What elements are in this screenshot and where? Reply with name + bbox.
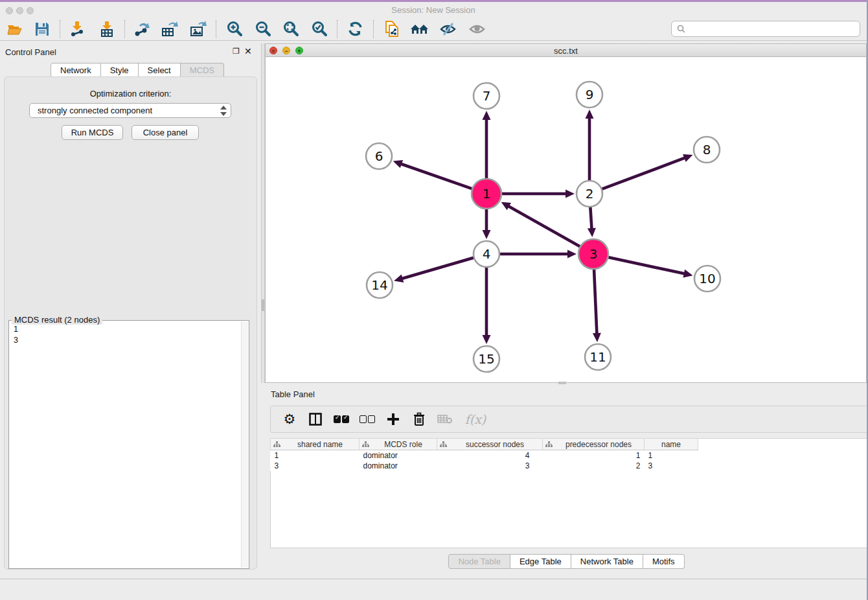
cell-mcds-role[interactable]: dominator	[360, 461, 437, 471]
table-row[interactable]: 3 dominator 3 2 3	[271, 461, 698, 471]
graph-edge[interactable]	[501, 202, 582, 248]
graph-edge[interactable]	[588, 205, 596, 237]
cell-predecessor-nodes[interactable]: 1	[543, 450, 645, 461]
close-panel-button[interactable]: Close panel	[131, 125, 199, 140]
tab-style[interactable]: Style	[101, 63, 139, 78]
tab-network[interactable]: Network	[51, 63, 101, 78]
open-folder-icon	[6, 22, 23, 36]
search-field[interactable]	[671, 21, 860, 37]
export-image-button[interactable]	[186, 19, 211, 39]
export-table-button[interactable]	[157, 19, 182, 39]
zoom-out-button[interactable]	[251, 19, 275, 39]
import-network-button[interactable]	[65, 19, 89, 39]
graph-edge[interactable]	[607, 257, 693, 277]
control-panel-title: Control Panel	[5, 47, 56, 57]
tab-network-table[interactable]: Network Table	[571, 554, 643, 569]
export-network-button[interactable]	[130, 19, 154, 39]
graph-edge[interactable]	[586, 110, 594, 182]
graph-edge[interactable]	[483, 207, 491, 239]
graph-node[interactable]: 6	[366, 143, 392, 169]
graph-node-label: 1	[483, 186, 491, 202]
create-column-button[interactable]	[385, 411, 402, 428]
table-settings-button[interactable]: ⚙	[281, 411, 298, 428]
tab-select[interactable]: Select	[139, 63, 181, 78]
cell-shared-name[interactable]: 1	[271, 450, 360, 461]
column-label: name	[661, 440, 681, 449]
network-graph[interactable]: 1234678910111415	[266, 58, 866, 382]
graph-node[interactable]: 8	[694, 137, 720, 163]
apply-layout-button[interactable]	[343, 19, 368, 39]
zoom-selected-icon	[311, 21, 328, 38]
graph-node[interactable]: 3	[578, 239, 608, 269]
hide-selected-button[interactable]	[436, 19, 461, 39]
cell-successor-nodes[interactable]: 3	[437, 461, 543, 471]
graph-node[interactable]: 15	[474, 346, 499, 372]
run-mcds-button[interactable]: Run MCDS	[62, 125, 123, 140]
column-header-successor-nodes[interactable]: successor nodes	[437, 439, 543, 450]
tab-edge-table[interactable]: Edge Table	[510, 554, 571, 569]
close-panel-icon[interactable]: ✕	[244, 46, 252, 56]
graph-node[interactable]: 10	[694, 266, 720, 292]
refresh-icon	[347, 21, 364, 38]
checked-box-icon	[334, 415, 341, 423]
graph-node[interactable]: 14	[367, 272, 393, 298]
graph-node[interactable]: 4	[474, 241, 499, 267]
column-header-mcds-role[interactable]: MCDS role	[360, 439, 437, 450]
table-row[interactable]: 1 dominator 4 1 1	[271, 450, 698, 461]
checked-box-icon	[342, 415, 349, 423]
graph-edge[interactable]	[593, 268, 601, 342]
criterion-dropdown[interactable]: strongly connected component	[29, 103, 231, 118]
cell-name[interactable]: 1	[645, 450, 698, 461]
horizontal-splitter-handle[interactable]	[558, 382, 566, 384]
save-session-button[interactable]	[30, 19, 54, 39]
column-header-predecessor-nodes[interactable]: predecessor nodes	[543, 439, 645, 450]
zoom-fit-button[interactable]	[279, 19, 303, 39]
deselect-all-rows-button[interactable]	[359, 411, 376, 428]
status-bar: Memory	[0, 579, 867, 600]
show-all-button[interactable]	[465, 19, 490, 39]
graph-node[interactable]: 9	[577, 82, 602, 108]
cell-shared-name[interactable]: 3	[271, 461, 360, 471]
graph-edge[interactable]	[394, 257, 475, 283]
tab-motifs[interactable]: Motifs	[643, 554, 685, 569]
cell-successor-nodes[interactable]: 4	[437, 450, 543, 461]
graph-edge[interactable]	[483, 111, 491, 180]
first-neighbors-button[interactable]	[407, 19, 432, 39]
graph-node[interactable]: 2	[577, 181, 602, 207]
graph-edge[interactable]	[483, 266, 491, 344]
vertical-splitter-handle[interactable]	[262, 299, 264, 311]
graph-node[interactable]: 1	[472, 179, 501, 209]
tab-node-table[interactable]: Node Table	[448, 554, 510, 569]
graph-node[interactable]: 11	[585, 344, 611, 370]
search-input[interactable]	[689, 23, 854, 34]
graph-edge[interactable]	[500, 190, 575, 198]
select-all-rows-button[interactable]	[333, 411, 350, 428]
column-header-shared-name[interactable]: shared name	[271, 439, 360, 450]
duplicate-network-button[interactable]	[380, 19, 404, 39]
duplicate-network-icon	[383, 20, 400, 38]
cell-name[interactable]: 3	[645, 461, 698, 471]
cell-predecessor-nodes[interactable]: 2	[543, 461, 645, 471]
graph-edge[interactable]	[600, 154, 693, 190]
import-table-button[interactable]	[95, 19, 119, 39]
delete-table-button[interactable]	[437, 411, 453, 428]
zoom-selected-button[interactable]	[307, 19, 332, 39]
function-builder-button[interactable]: f(x)	[463, 411, 488, 428]
arrowhead-icon	[394, 274, 404, 282]
open-session-button[interactable]	[3, 19, 27, 39]
mcds-result-list[interactable]: 1 3	[10, 321, 242, 568]
column-header-name[interactable]: name	[645, 439, 698, 450]
result-scrollbar[interactable]	[241, 321, 248, 568]
zoom-in-button[interactable]	[222, 19, 247, 39]
graph-node[interactable]: 7	[474, 83, 499, 109]
gear-icon: ⚙	[284, 411, 296, 427]
cell-mcds-role[interactable]: dominator	[360, 450, 437, 461]
graph-edge[interactable]	[393, 160, 474, 189]
graph-node-label: 11	[589, 349, 606, 365]
float-panel-icon[interactable]: ❐	[233, 47, 240, 56]
graph-edge[interactable]	[498, 250, 577, 259]
delete-column-button[interactable]	[411, 411, 428, 428]
tab-mcds[interactable]: MCDS	[181, 63, 224, 78]
show-column-panel-button[interactable]	[307, 411, 324, 428]
arrowhead-icon	[567, 250, 577, 259]
